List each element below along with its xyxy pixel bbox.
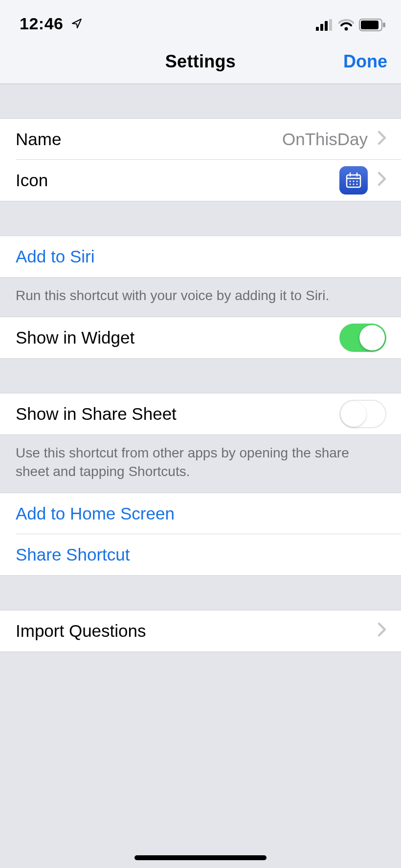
battery-icon	[359, 19, 386, 33]
icon-label: Icon	[16, 171, 48, 190]
svg-rect-7	[383, 22, 385, 27]
svg-rect-2	[325, 21, 328, 31]
status-time-text: 12:46	[20, 14, 63, 33]
svg-point-16	[353, 183, 354, 185]
nav-title: Settings	[165, 51, 236, 72]
import-questions-label: Import Questions	[16, 621, 146, 641]
svg-point-12	[349, 180, 351, 182]
svg-point-15	[349, 183, 351, 185]
group-import: Import Questions	[0, 610, 401, 652]
group-actions: Add to Home Screen Share Shortcut	[0, 493, 401, 576]
name-label: Name	[16, 130, 61, 149]
svg-rect-3	[329, 19, 332, 31]
group-widget: Show in Widget	[0, 317, 401, 359]
show-in-share-row: Show in Share Sheet	[0, 393, 401, 434]
show-in-widget-row: Show in Widget	[0, 317, 401, 358]
share-shortcut-label: Share Shortcut	[16, 545, 130, 564]
show-in-widget-toggle[interactable]	[339, 324, 386, 352]
show-in-share-toggle[interactable]	[339, 400, 386, 428]
wifi-icon	[338, 19, 354, 33]
done-button[interactable]: Done	[236, 51, 387, 72]
name-value: OnThisDay	[282, 130, 368, 149]
icon-row[interactable]: Icon	[0, 160, 401, 201]
status-bar: 12:46	[0, 0, 401, 39]
name-row[interactable]: Name OnThisDay	[0, 119, 401, 160]
chevron-right-icon	[378, 130, 386, 149]
home-indicator[interactable]	[134, 855, 267, 860]
svg-point-17	[356, 183, 357, 185]
svg-rect-1	[320, 24, 323, 31]
import-questions-row[interactable]: Import Questions	[0, 610, 401, 651]
group-siri: Add to Siri	[0, 236, 401, 278]
siri-footer: Run this shortcut with your voice by add…	[0, 278, 401, 317]
add-to-siri-label: Add to Siri	[16, 247, 94, 266]
svg-rect-0	[316, 27, 319, 31]
chevron-right-icon	[378, 621, 386, 641]
add-to-siri-row[interactable]: Add to Siri	[0, 236, 401, 277]
location-arrow-icon	[71, 14, 83, 33]
show-in-share-label: Show in Share Sheet	[16, 404, 177, 424]
group-share-sheet: Show in Share Sheet	[0, 393, 401, 435]
share-shortcut-row[interactable]: Share Shortcut	[0, 534, 401, 575]
group-identity: Name OnThisDay Icon	[0, 118, 401, 201]
chevron-right-icon	[378, 171, 386, 190]
status-time: 12:46	[20, 14, 83, 33]
show-in-widget-label: Show in Widget	[16, 328, 134, 347]
svg-point-4	[345, 27, 348, 31]
cellular-icon	[316, 19, 334, 33]
svg-point-13	[353, 180, 354, 182]
nav-bar: Settings Done	[0, 39, 401, 84]
share-footer: Use this shortcut from other apps by ope…	[0, 435, 401, 493]
add-home-label: Add to Home Screen	[16, 504, 175, 523]
svg-point-14	[356, 180, 357, 182]
shortcut-calendar-icon	[339, 166, 368, 195]
status-indicators	[316, 19, 386, 33]
svg-rect-6	[361, 21, 379, 29]
add-home-row[interactable]: Add to Home Screen	[0, 493, 401, 534]
